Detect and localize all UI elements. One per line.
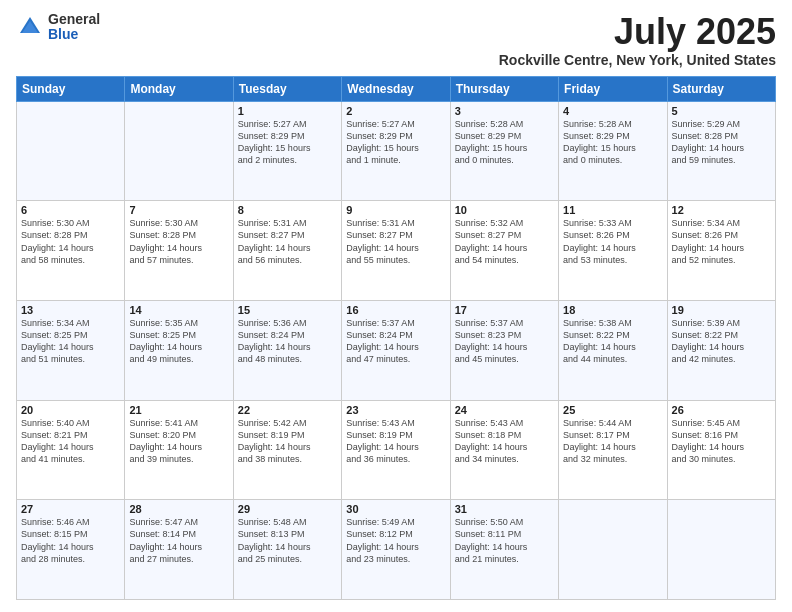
day-info: Sunrise: 5:45 AM Sunset: 8:16 PM Dayligh…: [672, 417, 771, 466]
calendar-cell: 23Sunrise: 5:43 AM Sunset: 8:19 PM Dayli…: [342, 400, 450, 500]
calendar-table: SundayMondayTuesdayWednesdayThursdayFrid…: [16, 76, 776, 600]
logo-blue: Blue: [48, 27, 100, 42]
day-number: 23: [346, 404, 445, 416]
day-number: 16: [346, 304, 445, 316]
day-info: Sunrise: 5:42 AM Sunset: 8:19 PM Dayligh…: [238, 417, 337, 466]
calendar-week-2: 6Sunrise: 5:30 AM Sunset: 8:28 PM Daylig…: [17, 201, 776, 301]
calendar-cell: [667, 500, 775, 600]
calendar-cell: 11Sunrise: 5:33 AM Sunset: 8:26 PM Dayli…: [559, 201, 667, 301]
calendar-cell: 26Sunrise: 5:45 AM Sunset: 8:16 PM Dayli…: [667, 400, 775, 500]
day-info: Sunrise: 5:48 AM Sunset: 8:13 PM Dayligh…: [238, 516, 337, 565]
day-number: 14: [129, 304, 228, 316]
logo-text: General Blue: [48, 12, 100, 43]
day-number: 17: [455, 304, 554, 316]
day-info: Sunrise: 5:47 AM Sunset: 8:14 PM Dayligh…: [129, 516, 228, 565]
calendar-cell: 10Sunrise: 5:32 AM Sunset: 8:27 PM Dayli…: [450, 201, 558, 301]
calendar-week-3: 13Sunrise: 5:34 AM Sunset: 8:25 PM Dayli…: [17, 300, 776, 400]
calendar-cell: 16Sunrise: 5:37 AM Sunset: 8:24 PM Dayli…: [342, 300, 450, 400]
calendar-cell: 30Sunrise: 5:49 AM Sunset: 8:12 PM Dayli…: [342, 500, 450, 600]
calendar-header-friday: Friday: [559, 76, 667, 101]
day-info: Sunrise: 5:38 AM Sunset: 8:22 PM Dayligh…: [563, 317, 662, 366]
day-info: Sunrise: 5:46 AM Sunset: 8:15 PM Dayligh…: [21, 516, 120, 565]
calendar-header-monday: Monday: [125, 76, 233, 101]
day-info: Sunrise: 5:44 AM Sunset: 8:17 PM Dayligh…: [563, 417, 662, 466]
header: General Blue July 2025 Rockville Centre,…: [16, 12, 776, 68]
day-info: Sunrise: 5:31 AM Sunset: 8:27 PM Dayligh…: [238, 217, 337, 266]
day-info: Sunrise: 5:27 AM Sunset: 8:29 PM Dayligh…: [346, 118, 445, 167]
calendar-cell: 8Sunrise: 5:31 AM Sunset: 8:27 PM Daylig…: [233, 201, 341, 301]
calendar-week-1: 1Sunrise: 5:27 AM Sunset: 8:29 PM Daylig…: [17, 101, 776, 201]
day-info: Sunrise: 5:50 AM Sunset: 8:11 PM Dayligh…: [455, 516, 554, 565]
day-info: Sunrise: 5:37 AM Sunset: 8:23 PM Dayligh…: [455, 317, 554, 366]
day-info: Sunrise: 5:32 AM Sunset: 8:27 PM Dayligh…: [455, 217, 554, 266]
day-number: 12: [672, 204, 771, 216]
calendar-header-row: SundayMondayTuesdayWednesdayThursdayFrid…: [17, 76, 776, 101]
day-number: 24: [455, 404, 554, 416]
calendar-cell: 6Sunrise: 5:30 AM Sunset: 8:28 PM Daylig…: [17, 201, 125, 301]
day-number: 18: [563, 304, 662, 316]
day-number: 20: [21, 404, 120, 416]
day-info: Sunrise: 5:33 AM Sunset: 8:26 PM Dayligh…: [563, 217, 662, 266]
day-number: 1: [238, 105, 337, 117]
calendar-cell: [559, 500, 667, 600]
day-number: 15: [238, 304, 337, 316]
day-info: Sunrise: 5:39 AM Sunset: 8:22 PM Dayligh…: [672, 317, 771, 366]
calendar-header-sunday: Sunday: [17, 76, 125, 101]
calendar-week-4: 20Sunrise: 5:40 AM Sunset: 8:21 PM Dayli…: [17, 400, 776, 500]
day-info: Sunrise: 5:31 AM Sunset: 8:27 PM Dayligh…: [346, 217, 445, 266]
calendar-cell: 4Sunrise: 5:28 AM Sunset: 8:29 PM Daylig…: [559, 101, 667, 201]
day-number: 13: [21, 304, 120, 316]
location: Rockville Centre, New York, United State…: [499, 52, 776, 68]
day-number: 2: [346, 105, 445, 117]
day-info: Sunrise: 5:28 AM Sunset: 8:29 PM Dayligh…: [455, 118, 554, 167]
day-info: Sunrise: 5:27 AM Sunset: 8:29 PM Dayligh…: [238, 118, 337, 167]
day-info: Sunrise: 5:34 AM Sunset: 8:25 PM Dayligh…: [21, 317, 120, 366]
calendar-cell: [17, 101, 125, 201]
calendar-cell: 17Sunrise: 5:37 AM Sunset: 8:23 PM Dayli…: [450, 300, 558, 400]
calendar-cell: 27Sunrise: 5:46 AM Sunset: 8:15 PM Dayli…: [17, 500, 125, 600]
calendar-cell: 2Sunrise: 5:27 AM Sunset: 8:29 PM Daylig…: [342, 101, 450, 201]
calendar-cell: 22Sunrise: 5:42 AM Sunset: 8:19 PM Dayli…: [233, 400, 341, 500]
day-number: 30: [346, 503, 445, 515]
calendar-cell: 7Sunrise: 5:30 AM Sunset: 8:28 PM Daylig…: [125, 201, 233, 301]
title-block: July 2025 Rockville Centre, New York, Un…: [499, 12, 776, 68]
calendar-cell: 25Sunrise: 5:44 AM Sunset: 8:17 PM Dayli…: [559, 400, 667, 500]
day-info: Sunrise: 5:43 AM Sunset: 8:18 PM Dayligh…: [455, 417, 554, 466]
month-title: July 2025: [499, 12, 776, 52]
day-info: Sunrise: 5:34 AM Sunset: 8:26 PM Dayligh…: [672, 217, 771, 266]
logo: General Blue: [16, 12, 100, 43]
calendar-cell: 9Sunrise: 5:31 AM Sunset: 8:27 PM Daylig…: [342, 201, 450, 301]
day-info: Sunrise: 5:35 AM Sunset: 8:25 PM Dayligh…: [129, 317, 228, 366]
calendar-cell: 28Sunrise: 5:47 AM Sunset: 8:14 PM Dayli…: [125, 500, 233, 600]
calendar-cell: 29Sunrise: 5:48 AM Sunset: 8:13 PM Dayli…: [233, 500, 341, 600]
day-info: Sunrise: 5:30 AM Sunset: 8:28 PM Dayligh…: [21, 217, 120, 266]
calendar-cell: 3Sunrise: 5:28 AM Sunset: 8:29 PM Daylig…: [450, 101, 558, 201]
day-number: 5: [672, 105, 771, 117]
day-info: Sunrise: 5:41 AM Sunset: 8:20 PM Dayligh…: [129, 417, 228, 466]
day-info: Sunrise: 5:29 AM Sunset: 8:28 PM Dayligh…: [672, 118, 771, 167]
calendar-week-5: 27Sunrise: 5:46 AM Sunset: 8:15 PM Dayli…: [17, 500, 776, 600]
day-number: 22: [238, 404, 337, 416]
day-info: Sunrise: 5:36 AM Sunset: 8:24 PM Dayligh…: [238, 317, 337, 366]
calendar-header-wednesday: Wednesday: [342, 76, 450, 101]
day-info: Sunrise: 5:40 AM Sunset: 8:21 PM Dayligh…: [21, 417, 120, 466]
day-number: 29: [238, 503, 337, 515]
day-number: 19: [672, 304, 771, 316]
day-number: 3: [455, 105, 554, 117]
day-number: 11: [563, 204, 662, 216]
day-info: Sunrise: 5:28 AM Sunset: 8:29 PM Dayligh…: [563, 118, 662, 167]
day-number: 8: [238, 204, 337, 216]
day-info: Sunrise: 5:49 AM Sunset: 8:12 PM Dayligh…: [346, 516, 445, 565]
calendar-cell: 5Sunrise: 5:29 AM Sunset: 8:28 PM Daylig…: [667, 101, 775, 201]
day-number: 27: [21, 503, 120, 515]
calendar-cell: 15Sunrise: 5:36 AM Sunset: 8:24 PM Dayli…: [233, 300, 341, 400]
day-info: Sunrise: 5:43 AM Sunset: 8:19 PM Dayligh…: [346, 417, 445, 466]
day-number: 26: [672, 404, 771, 416]
day-number: 6: [21, 204, 120, 216]
calendar-cell: 14Sunrise: 5:35 AM Sunset: 8:25 PM Dayli…: [125, 300, 233, 400]
day-info: Sunrise: 5:37 AM Sunset: 8:24 PM Dayligh…: [346, 317, 445, 366]
calendar-cell: 20Sunrise: 5:40 AM Sunset: 8:21 PM Dayli…: [17, 400, 125, 500]
calendar-header-thursday: Thursday: [450, 76, 558, 101]
page: General Blue July 2025 Rockville Centre,…: [0, 0, 792, 612]
calendar-cell: 1Sunrise: 5:27 AM Sunset: 8:29 PM Daylig…: [233, 101, 341, 201]
